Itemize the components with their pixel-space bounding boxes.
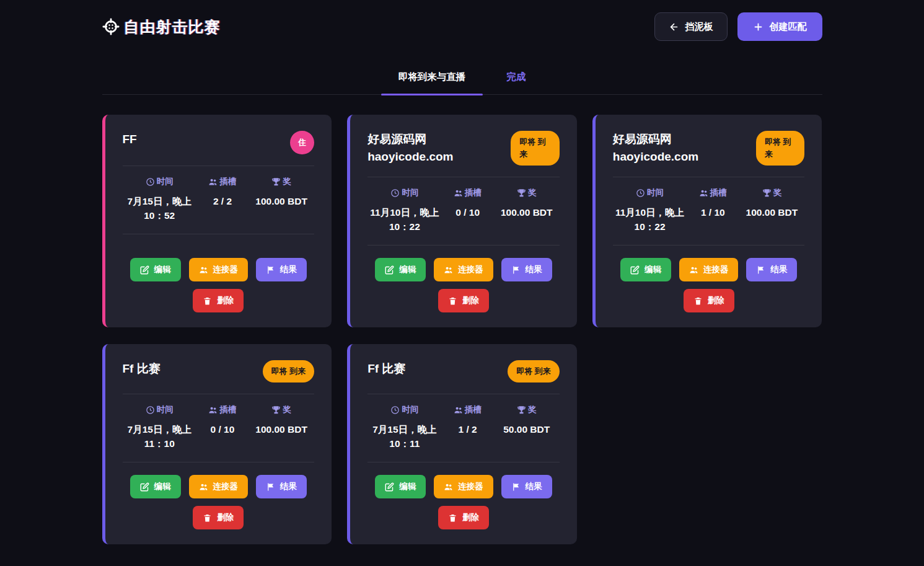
users-icon — [199, 265, 208, 275]
edit-icon — [140, 265, 149, 275]
match-card: 好易源码网 haoyicode.com 即将 到来 时间 11月10日，晚上10… — [347, 115, 577, 327]
actions-row-primary: 编辑 连接器 结果 — [130, 475, 307, 498]
stat-prize: 奖 100.00 BDT — [249, 404, 314, 451]
connector-button[interactable]: 连接器 — [434, 475, 493, 498]
match-stats: 时间 7月15日，晚上11：10 插槽 0 / 10 奖 100.00 BDT — [123, 404, 315, 451]
slots-label: 插槽 — [208, 176, 236, 187]
divider — [123, 394, 315, 394]
results-button[interactable]: 结果 — [746, 258, 797, 281]
delete-button[interactable]: 删除 — [438, 506, 489, 529]
stat-slots: 插槽 1 / 10 — [687, 187, 739, 234]
stat-prize: 奖 100.00 BDT — [249, 176, 314, 223]
flag-icon — [756, 265, 765, 275]
slots-value: 1 / 10 — [687, 205, 739, 219]
divider — [367, 394, 560, 394]
slots-value: 0 / 10 — [196, 422, 249, 436]
card-actions: 编辑 连接器 结果 删除 — [367, 462, 560, 529]
stat-prize: 奖 100.00 BDT — [739, 187, 804, 234]
slots-label: 插槽 — [454, 404, 482, 415]
tab-upcoming-live[interactable]: 即将到来与直播 — [381, 62, 483, 94]
actions-row-secondary: 删除 — [438, 506, 489, 529]
users-icon — [208, 177, 218, 187]
prize-value: 100.00 BDT — [249, 194, 314, 208]
trophy-icon — [271, 177, 281, 187]
edit-button[interactable]: 编辑 — [375, 475, 426, 498]
edit-button[interactable]: 编辑 — [130, 475, 181, 498]
results-button[interactable]: 结果 — [501, 475, 552, 498]
tab-completed[interactable]: 完成 — [489, 62, 543, 94]
match-card: Ff 比赛 即将 到来 时间 7月15日，晚上11：10 插槽 0 / 10 — [102, 344, 332, 544]
actions-row-primary: 编辑 连接器 结果 — [375, 258, 552, 281]
slots-value: 1 / 2 — [442, 422, 494, 436]
connector-button[interactable]: 连接器 — [189, 258, 249, 281]
match-title: Ff 比赛 — [123, 360, 161, 382]
stat-time: 时间 11月10日，晚上10：22 — [367, 187, 441, 234]
flag-icon — [266, 265, 275, 275]
edit-button[interactable]: 编辑 — [130, 258, 181, 281]
status-badge: 即将 到来 — [511, 131, 560, 166]
card-actions: 编辑 连接器 结果 删除 — [123, 245, 315, 312]
slots-label: 插槽 — [208, 404, 236, 415]
flag-icon — [511, 482, 521, 492]
match-stats: 时间 7月15日，晚上10：11 插槽 1 / 2 奖 50.00 BDT — [367, 404, 560, 451]
match-card: FF 住 时间 7月15日，晚上10：52 插槽 2 / 2 — [102, 115, 332, 327]
match-title: 好易源码网 haoyicode.com — [367, 131, 502, 166]
prize-value: 100.00 BDT — [739, 205, 804, 219]
trash-icon — [448, 296, 457, 306]
users-icon — [454, 405, 463, 415]
connector-button[interactable]: 连接器 — [189, 475, 249, 498]
delete-button[interactable]: 删除 — [193, 506, 244, 529]
trash-icon — [448, 513, 457, 523]
tab-bar: 即将到来与直播 完成 — [102, 62, 822, 95]
match-stats: 时间 11月10日，晚上10：22 插槽 0 / 10 奖 100.00 BDT — [367, 187, 560, 234]
trophy-icon — [271, 405, 281, 415]
users-icon — [454, 188, 463, 198]
users-icon — [699, 188, 708, 198]
clock-icon — [146, 177, 155, 187]
delete-button[interactable]: 删除 — [684, 289, 734, 312]
divider — [367, 177, 560, 177]
flag-icon — [266, 482, 275, 492]
edit-icon — [630, 265, 640, 275]
slots-value: 2 / 2 — [196, 194, 249, 208]
stat-slots: 插槽 2 / 2 — [196, 176, 249, 223]
card-header: 好易源码网 haoyicode.com 即将 到来 — [613, 131, 805, 166]
stat-time: 时间 7月15日，晚上10：52 — [123, 176, 196, 223]
match-title: FF — [123, 131, 137, 154]
connector-button[interactable]: 连接器 — [434, 258, 493, 281]
prize-value: 50.00 BDT — [494, 422, 560, 436]
slots-label: 插槽 — [699, 187, 727, 198]
delete-button[interactable]: 删除 — [193, 289, 244, 312]
connector-button[interactable]: 连接器 — [679, 258, 739, 281]
actions-row-secondary: 删除 — [193, 289, 244, 312]
back-button[interactable]: 挡泥板 — [654, 12, 728, 41]
prize-value: 100.00 BDT — [494, 205, 560, 219]
time-value: 11月10日，晚上10：22 — [367, 205, 441, 234]
results-button[interactable]: 结果 — [501, 258, 552, 281]
time-label: 时间 — [390, 187, 418, 198]
stat-time: 时间 7月15日，晚上11：10 — [123, 404, 196, 451]
results-button[interactable]: 结果 — [256, 258, 307, 281]
trash-icon — [693, 296, 703, 306]
edit-icon — [385, 482, 394, 492]
create-match-button[interactable]: 创建匹配 — [737, 12, 822, 41]
edit-button[interactable]: 编辑 — [375, 258, 426, 281]
users-icon — [444, 482, 453, 492]
actions-row-secondary: 删除 — [684, 289, 734, 312]
edit-button[interactable]: 编辑 — [620, 258, 671, 281]
back-button-label: 挡泥板 — [685, 21, 713, 33]
prize-label: 奖 — [271, 176, 291, 187]
trophy-icon — [517, 188, 526, 198]
divider — [123, 234, 315, 234]
results-button[interactable]: 结果 — [256, 475, 307, 498]
header-actions: 挡泥板 创建匹配 — [654, 12, 822, 41]
match-title: 好易源码网 haoyicode.com — [613, 131, 747, 166]
header: 自由射击比赛 挡泥板 创建匹配 — [102, 0, 822, 41]
stat-slots: 插槽 1 / 2 — [442, 404, 494, 451]
card-header: FF 住 — [123, 131, 315, 154]
status-badge: 即将 到来 — [508, 360, 560, 382]
match-stats: 时间 7月15日，晚上10：52 插槽 2 / 2 奖 100.00 BDT — [123, 176, 315, 223]
card-actions: 编辑 连接器 结果 删除 — [367, 245, 560, 312]
delete-button[interactable]: 删除 — [438, 289, 489, 312]
time-value: 11月10日，晚上10：22 — [613, 205, 687, 234]
